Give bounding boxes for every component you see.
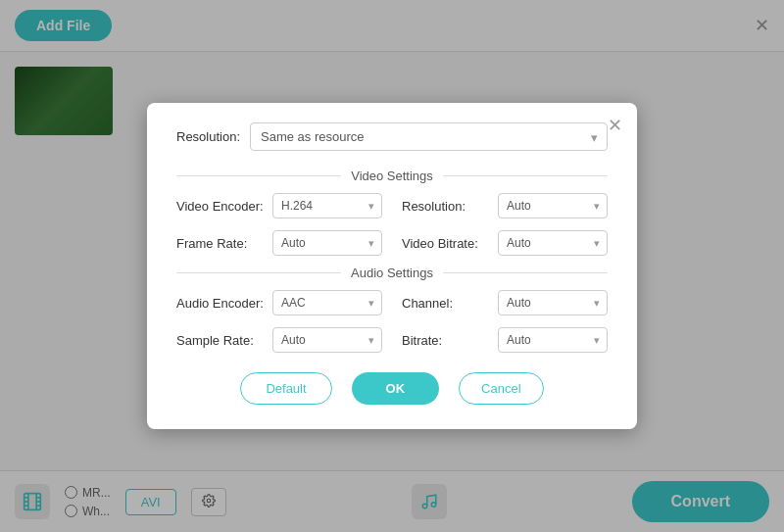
sample-rate-select[interactable]: Auto bbox=[272, 327, 382, 353]
channel-select[interactable]: Auto bbox=[498, 290, 608, 315]
frame-rate-label: Frame Rate: bbox=[176, 236, 265, 251]
audio-settings-title: Audio Settings bbox=[351, 266, 433, 280]
dialog-buttons: Default OK Cancel bbox=[176, 372, 608, 405]
cancel-button[interactable]: Cancel bbox=[459, 372, 543, 405]
video-encoder-row: Video Encoder: H.264 bbox=[176, 193, 382, 218]
resolution-sub-row: Resolution: Auto bbox=[402, 193, 608, 218]
resolution-sub-select[interactable]: Auto bbox=[498, 193, 608, 218]
resolution-top-select-wrapper: Same as resource bbox=[250, 122, 608, 151]
audio-encoder-row: Audio Encoder: AAC bbox=[176, 290, 382, 315]
channel-label: Channel: bbox=[402, 296, 490, 311]
resolution-top-select[interactable]: Same as resource bbox=[250, 122, 608, 151]
sample-rate-row: Sample Rate: Auto bbox=[176, 327, 382, 353]
video-encoder-label: Video Encoder: bbox=[176, 199, 265, 214]
audio-settings-divider: Audio Settings bbox=[176, 266, 608, 280]
video-settings-title: Video Settings bbox=[351, 169, 433, 183]
audio-encoder-select-wrapper: AAC bbox=[272, 290, 382, 315]
video-bitrate-label: Video Bitrate: bbox=[402, 236, 490, 251]
video-settings-grid: Video Encoder: H.264 Resolution: Auto bbox=[176, 193, 608, 256]
bitrate-select[interactable]: Auto bbox=[498, 327, 608, 353]
frame-rate-select[interactable]: Auto bbox=[272, 230, 382, 256]
dialog-close-button[interactable]: ✕ bbox=[608, 115, 622, 136]
resolution-sub-label: Resolution: bbox=[402, 199, 490, 214]
resolution-top-label: Resolution: bbox=[176, 129, 240, 144]
video-encoder-select[interactable]: H.264 bbox=[272, 193, 382, 218]
sample-rate-label: Sample Rate: bbox=[176, 333, 265, 348]
audio-encoder-select[interactable]: AAC bbox=[272, 290, 382, 315]
bitrate-label: Bitrate: bbox=[402, 333, 490, 348]
resolution-top-row: Resolution: Same as resource bbox=[176, 122, 608, 151]
video-bitrate-row: Video Bitrate: Auto bbox=[402, 230, 608, 256]
resolution-sub-select-wrapper: Auto bbox=[498, 193, 608, 218]
modal-overlay: ✕ Resolution: Same as resource Video Set… bbox=[0, 0, 784, 532]
audio-settings-grid: Audio Encoder: AAC Channel: Auto bbox=[176, 290, 608, 353]
frame-rate-row: Frame Rate: Auto bbox=[176, 230, 382, 256]
bitrate-select-wrapper: Auto bbox=[498, 327, 608, 353]
sample-rate-select-wrapper: Auto bbox=[272, 327, 382, 353]
video-bitrate-select-wrapper: Auto bbox=[498, 230, 608, 256]
frame-rate-select-wrapper: Auto bbox=[272, 230, 382, 256]
settings-dialog: ✕ Resolution: Same as resource Video Set… bbox=[147, 103, 637, 429]
ok-button[interactable]: OK bbox=[352, 372, 440, 405]
video-settings-divider: Video Settings bbox=[176, 169, 608, 183]
bitrate-row: Bitrate: Auto bbox=[402, 327, 608, 353]
app-background: Add File ✕ bbox=[0, 0, 784, 532]
video-encoder-select-wrapper: H.264 bbox=[272, 193, 382, 218]
channel-select-wrapper: Auto bbox=[498, 290, 608, 315]
video-bitrate-select[interactable]: Auto bbox=[498, 230, 608, 256]
channel-row: Channel: Auto bbox=[402, 290, 608, 315]
default-button[interactable]: Default bbox=[240, 372, 331, 405]
audio-encoder-label: Audio Encoder: bbox=[176, 296, 265, 311]
